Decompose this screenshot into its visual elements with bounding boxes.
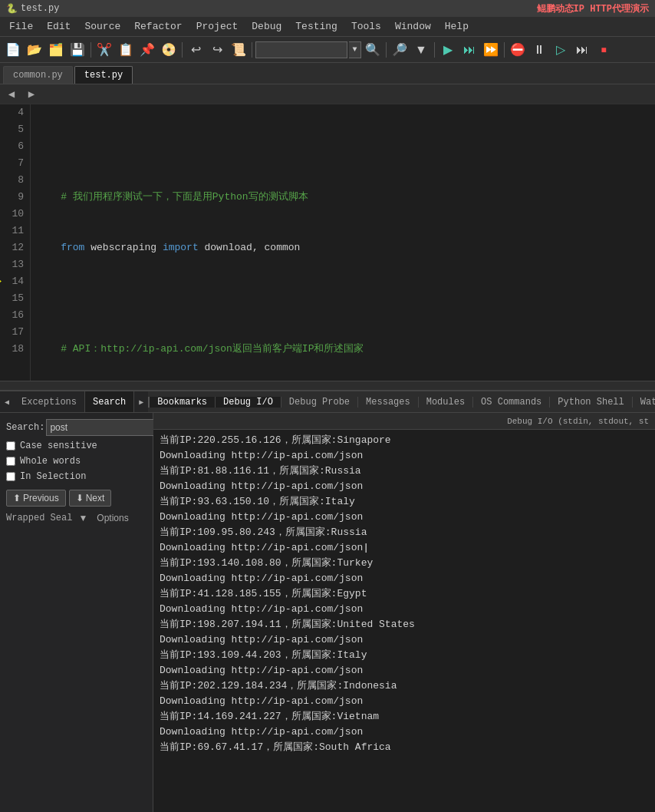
nav-arrows: ◀ ▶ bbox=[0, 84, 655, 104]
toolbar-copy-btn[interactable]: 📋 bbox=[116, 40, 136, 60]
toolbar-debug-stop-btn[interactable]: ■ bbox=[594, 40, 614, 60]
bottom-tab-bookmarks[interactable]: Bookmarks bbox=[150, 397, 216, 408]
toolbar-redo-btn[interactable]: ↪ bbox=[207, 40, 227, 60]
debug-line: 当前IP:41.128.185.155，所属国家:Egypt bbox=[160, 586, 649, 602]
bottom-tab-python-shell[interactable]: Python Shell bbox=[550, 397, 632, 408]
toolbar-close-btn[interactable]: 🗂️ bbox=[46, 40, 66, 60]
prev-arrow-icon: ⬆ bbox=[13, 493, 21, 503]
toolbar-run3-btn[interactable]: ⏩ bbox=[481, 40, 501, 60]
next-button[interactable]: ⬇ Next bbox=[69, 490, 112, 507]
bottom-tab-os-commands[interactable]: OS Commands bbox=[473, 397, 550, 408]
debug-output[interactable]: 当前IP:220.255.16.126，所属国家:SingaporeDownlo… bbox=[153, 430, 655, 812]
toolbar-sep-1 bbox=[91, 42, 91, 58]
code-content[interactable]: # 我们用程序测试一下，下面是用Python写的测试脚本 from webscr… bbox=[31, 104, 655, 381]
menu-tools[interactable]: Tools bbox=[345, 19, 387, 34]
bottom-tab-debug-io[interactable]: Debug I/O bbox=[216, 397, 281, 408]
debug-line: 当前IP:193.140.108.80，所属国家:Turkey bbox=[160, 556, 649, 571]
toolbar-stop-btn[interactable]: ⛔ bbox=[508, 40, 528, 60]
code-line-4 bbox=[37, 138, 649, 155]
debug-line: Downloading http://ip-api.com/json bbox=[160, 602, 649, 617]
menu-project[interactable]: Project bbox=[190, 19, 245, 34]
toolbar-sep-2 bbox=[182, 42, 183, 58]
bottom-right-panel-tabs: Bookmarks Debug I/O Debug Probe Messages… bbox=[148, 397, 655, 408]
menu-edit[interactable]: Edit bbox=[41, 19, 77, 34]
toolbar-run-btn[interactable]: ▶ bbox=[438, 40, 458, 60]
title-bar: 🐍 test.py 鲲鹏动态IP HTTP代理演示 bbox=[0, 0, 655, 17]
toolbar-save-btn[interactable]: 📀 bbox=[159, 40, 179, 60]
toolbar-open-btn[interactable]: 📂 bbox=[25, 40, 44, 60]
toolbar-save-all-btn[interactable]: 💾 bbox=[67, 40, 87, 60]
whole-words-label: Whole words bbox=[20, 456, 81, 467]
menu-file[interactable]: File bbox=[3, 19, 39, 34]
h-scrollbar[interactable] bbox=[0, 381, 655, 390]
bottom-tab-watch[interactable]: Watch bbox=[633, 397, 655, 408]
toolbar-sep-5 bbox=[434, 42, 435, 58]
menu-refactor[interactable]: Refactor bbox=[128, 19, 188, 34]
code-line-7 bbox=[37, 290, 649, 307]
toolbar-search-dropdown[interactable]: ▼ bbox=[349, 41, 361, 58]
debug-line: 当前IP:202.129.184.234，所属国家:Indonesia bbox=[160, 678, 649, 694]
debug-line: Downloading http://ip-api.com/json bbox=[160, 725, 649, 740]
toolbar-debug-run-btn[interactable]: ▷ bbox=[551, 40, 571, 60]
code-line-6: from webscraping import download, common bbox=[37, 239, 649, 256]
search-panel: Search: ▼ Case sensitive Whole words In … bbox=[0, 413, 153, 812]
options-btn[interactable]: Options bbox=[94, 511, 131, 525]
tab-test-py[interactable]: test.py bbox=[74, 66, 133, 84]
options-dropdown-btn[interactable]: ▼ bbox=[75, 511, 91, 525]
bottom-tab-debug-probe[interactable]: Debug Probe bbox=[281, 397, 358, 408]
next-label: Next bbox=[86, 493, 105, 503]
prev-button[interactable]: ⬆ Previous bbox=[6, 490, 66, 507]
toolbar-cut-btn[interactable]: ✂️ bbox=[94, 40, 114, 60]
menu-debug[interactable]: Debug bbox=[245, 19, 288, 34]
debug-line: Downloading http://ip-api.com/json bbox=[160, 448, 649, 464]
panel-nav-left[interactable]: ◀ bbox=[0, 391, 14, 412]
in-selection-checkbox[interactable] bbox=[6, 472, 15, 481]
menu-window[interactable]: Window bbox=[389, 19, 437, 34]
debug-line: Downloading http://ip-api.com/json bbox=[160, 479, 649, 494]
bottom-tab-search[interactable]: Search bbox=[85, 391, 134, 412]
debug-line: 当前IP:69.67.41.17，所属国家:South Africa bbox=[160, 740, 649, 755]
toolbar-history-btn[interactable]: 📜 bbox=[229, 40, 249, 60]
toolbar-sep-3 bbox=[252, 42, 252, 58]
nav-forward-btn[interactable]: ▶ bbox=[23, 87, 40, 102]
tab-common-py[interactable]: common.py bbox=[3, 66, 73, 84]
whole-words-checkbox[interactable] bbox=[6, 457, 15, 466]
title-bar-left: 🐍 test.py bbox=[6, 3, 59, 15]
toolbar-undo-btn[interactable]: ↩ bbox=[186, 40, 206, 60]
menu-testing[interactable]: Testing bbox=[289, 19, 344, 34]
toolbar-paste-btn[interactable]: 📌 bbox=[137, 40, 157, 60]
toolbar-zoom-btn[interactable]: 🔎 bbox=[390, 40, 410, 60]
bottom-tabs: ◀ Exceptions Search ▶ Bookmarks Debug I/… bbox=[0, 391, 655, 413]
toolbar-skip-btn[interactable]: ⏭ bbox=[572, 40, 592, 60]
toolbar-zoom-dropdown[interactable]: ▼ bbox=[411, 40, 431, 60]
main-area: 4 5 6 7 8 9 10 11 12 13 14→ 15 16 17 18 … bbox=[0, 104, 655, 812]
case-sensitive-label: Case sensitive bbox=[20, 441, 97, 451]
panel-nav-right[interactable]: ▶ bbox=[134, 391, 148, 412]
toolbar-pause-btn[interactable]: ⏸ bbox=[529, 40, 549, 60]
prev-label: Previous bbox=[23, 493, 59, 503]
app-icon: 🐍 bbox=[6, 3, 18, 15]
bottom-tab-exceptions[interactable]: Exceptions bbox=[14, 391, 85, 412]
code-line-8: # API：http://ip-api.com/json返回当前客户端IP和所述… bbox=[37, 341, 649, 358]
menu-bar: File Edit Source Refactor Project Debug … bbox=[0, 17, 655, 37]
toolbar-search-btn[interactable]: 🔍 bbox=[363, 40, 383, 60]
wrapped-search-label: Wrapped Seal bbox=[6, 513, 72, 523]
bottom-tab-messages[interactable]: Messages bbox=[358, 397, 419, 408]
toolbar-sep-4 bbox=[386, 42, 387, 58]
nav-back-btn[interactable]: ◀ bbox=[3, 87, 20, 102]
checkbox-case-sensitive: Case sensitive bbox=[6, 441, 146, 451]
toolbar-new-btn[interactable]: 📄 bbox=[3, 40, 23, 60]
toolbar-search-input[interactable] bbox=[255, 41, 347, 58]
menu-help[interactable]: Help bbox=[439, 19, 475, 34]
bottom-content: Search: ▼ Case sensitive Whole words In … bbox=[0, 413, 655, 812]
debug-line: Downloading http://ip-api.com/json bbox=[160, 632, 649, 648]
menu-source[interactable]: Source bbox=[78, 19, 127, 34]
toolbar-sep-6 bbox=[504, 42, 505, 58]
search-buttons: ⬆ Previous ⬇ Next bbox=[6, 490, 146, 507]
search-input[interactable] bbox=[46, 419, 169, 436]
next-arrow-icon: ⬇ bbox=[76, 493, 84, 503]
toolbar-run2-btn[interactable]: ⏭ bbox=[459, 40, 479, 60]
debug-line: 当前IP:193.109.44.203，所属国家:Italy bbox=[160, 648, 649, 663]
case-sensitive-checkbox[interactable] bbox=[6, 441, 15, 451]
bottom-tab-modules[interactable]: Modules bbox=[419, 397, 473, 408]
